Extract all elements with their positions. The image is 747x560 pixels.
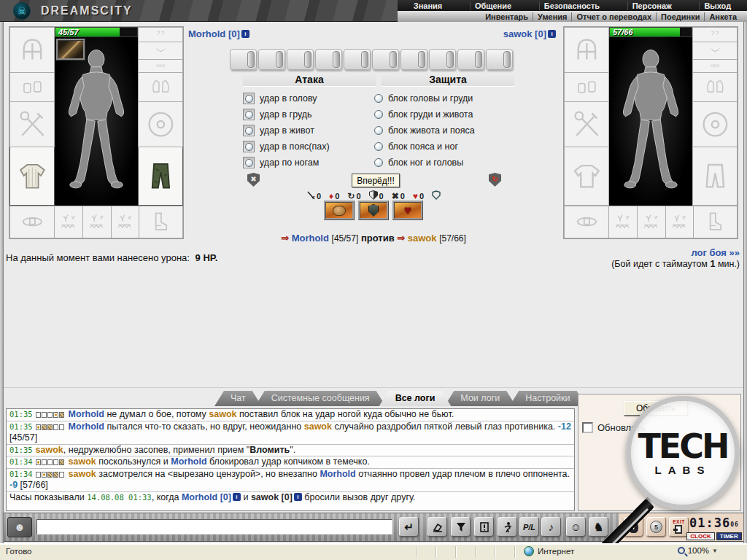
shield-cancel-icon[interactable]: ✖ [247, 173, 260, 187]
scroll-slot[interactable] [400, 49, 427, 70]
menu-item[interactable]: Выход [699, 1, 735, 10]
slot-weapons[interactable] [564, 102, 609, 147]
slot-helmet[interactable] [9, 27, 55, 73]
clock-seconds: 06 [730, 521, 739, 528]
log-tab[interactable]: Чат [214, 391, 262, 406]
attack-radio[interactable] [243, 157, 255, 168]
attack-radio[interactable] [243, 125, 255, 136]
scroll-slot[interactable] [429, 49, 456, 70]
send-button[interactable]: ↵ [399, 517, 419, 537]
log-tab[interactable]: Все логи [379, 391, 452, 406]
slot-gloves[interactable] [138, 73, 183, 102]
submenu-item[interactable]: Умения [533, 12, 571, 21]
scroll-slot[interactable] [315, 49, 342, 70]
vs-player2[interactable]: sawok [408, 233, 437, 244]
slot-axes[interactable] [138, 27, 183, 42]
attack-radio[interactable] [243, 109, 255, 120]
menu-item[interactable]: Знания [409, 1, 446, 10]
slot-gloves[interactable] [692, 73, 738, 102]
eraser-button[interactable] [427, 517, 447, 537]
shield-refresh-icon[interactable]: ↻ [489, 173, 501, 187]
book-icon [479, 521, 490, 533]
defense-radio[interactable] [374, 110, 383, 119]
health-action-button[interactable]: ♥ [392, 201, 423, 220]
battle-area: 45/57 57/66 Morhold [0]i sawok [0]i Атак… [0, 22, 747, 387]
scroll-slot[interactable] [258, 49, 285, 70]
slot-weapons[interactable] [9, 102, 55, 147]
submenu-item[interactable]: Анкета [704, 12, 741, 21]
submenu-item[interactable]: Инвентарь [481, 12, 533, 21]
slot-shield[interactable] [138, 102, 183, 147]
defense-radio[interactable] [374, 142, 383, 151]
equipped-weapon-icon[interactable] [56, 39, 85, 61]
window-frame-left [0, 22, 4, 543]
battle-log-link[interactable]: лог боя »» [691, 247, 740, 258]
attack-action-button[interactable] [324, 201, 355, 220]
vs-label: против [361, 233, 395, 244]
chat-input[interactable] [36, 519, 392, 534]
info-icon[interactable]: i [241, 30, 249, 38]
fighters-button[interactable] [498, 517, 517, 537]
eraser-icon [432, 521, 444, 533]
log-tab[interactable]: Системные сообщения [255, 391, 386, 406]
log-tabs: ЧатСистемные сообщенияВсе логиМои логиНа… [214, 391, 580, 406]
vs-player1[interactable]: Morhold [292, 233, 329, 244]
menu-item[interactable]: Персонаж [627, 1, 676, 10]
door-icon [675, 525, 682, 534]
autorefresh-checkbox[interactable] [582, 422, 593, 433]
zoom-control[interactable]: 100% ▼ [678, 546, 718, 555]
log-tab[interactable]: Мои логи [444, 391, 516, 406]
sound-button[interactable]: ♪ [541, 517, 561, 537]
attack-radio[interactable] [243, 93, 255, 104]
character-head-button[interactable]: ☻ [7, 517, 32, 537]
menu-item[interactable]: Общение [470, 1, 516, 10]
fist-icon [333, 206, 346, 216]
scroll-slot[interactable] [344, 49, 371, 70]
smiley-button[interactable]: ☺ [566, 517, 586, 537]
menu-item[interactable]: Безопасность [539, 1, 604, 10]
info-icon[interactable]: i [548, 30, 556, 38]
contacts-button[interactable]: ♞ [589, 517, 608, 537]
submenu-item[interactable]: Отчет о переводах [571, 12, 656, 21]
filter-button[interactable] [451, 517, 471, 537]
info-icon[interactable]: i [233, 493, 241, 501]
techlabs-watermark: TECH LABS [626, 396, 740, 510]
slot-helmet[interactable] [564, 27, 609, 73]
go-button[interactable]: Вперёд!!! [352, 174, 400, 187]
slot-necklace[interactable] [692, 42, 738, 60]
scroll-slot[interactable] [230, 49, 257, 70]
battle-stats-row: 0♦0↻00✖0♥0 [0, 190, 747, 201]
attack-option-label: удар в пояс(пах) [260, 141, 330, 152]
log-tab[interactable]: Настройки [509, 391, 586, 406]
defense-radio[interactable] [374, 126, 383, 135]
clock-label[interactable]: CLOCK [686, 532, 714, 540]
language-button[interactable]: P/L [519, 517, 539, 537]
attack-radio[interactable] [243, 141, 255, 152]
exit-button[interactable]: EXIT [669, 517, 689, 537]
money-button[interactable]: 5 [646, 517, 666, 537]
slot-rings[interactable] [138, 60, 183, 73]
scroll-slot[interactable] [486, 49, 513, 70]
timer-label[interactable]: TIMER [716, 532, 742, 540]
rules-button[interactable] [474, 517, 494, 537]
defense-action-button[interactable] [358, 201, 389, 220]
slot-shield[interactable] [692, 102, 738, 147]
battle-stat: ↻0 [347, 192, 360, 201]
game-window: ☠ DreamsCity ЗнанияОбщениеБезопасностьПе… [0, 0, 747, 560]
slot-bracers[interactable] [9, 73, 55, 102]
logo-band: ☠ DreamsCity [0, 0, 398, 22]
submenu-item[interactable]: Поединки [656, 12, 704, 21]
scroll-slot[interactable] [287, 49, 314, 70]
info-icon[interactable]: i [294, 493, 302, 501]
zone-square-icon [36, 412, 41, 418]
scroll-slot[interactable] [457, 49, 484, 70]
slot-axes[interactable] [692, 27, 738, 42]
defense-radio[interactable] [374, 94, 383, 103]
defense-radio[interactable] [374, 158, 383, 167]
log-entry: 01:35Morhold пытался что-то сказать, но … [7, 421, 574, 445]
scroll-slot[interactable] [372, 49, 399, 70]
slot-necklace[interactable] [138, 42, 183, 60]
combat-form: Атака Защита удар в головублок головы и … [243, 73, 514, 190]
slot-rings[interactable] [692, 60, 738, 73]
slot-bracers[interactable] [564, 73, 609, 102]
